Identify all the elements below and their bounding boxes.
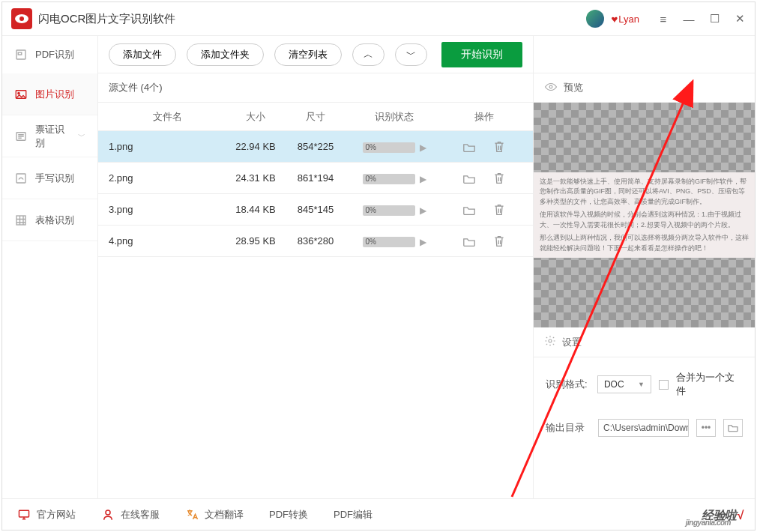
file-list-panel: 添加文件 添加文件夹 清空列表 ︿ ﹀ 开始识别 源文件 (4个) 文件名 大小…	[98, 36, 534, 498]
handwrite-icon	[14, 172, 28, 185]
col-name: 文件名	[98, 110, 226, 124]
footer-pdf-convert[interactable]: PDF转换	[269, 508, 308, 522]
col-dim: 尺寸	[286, 110, 346, 124]
more-button[interactable]: •••	[696, 419, 716, 437]
source-files-header: 源文件 (4个)	[98, 73, 533, 103]
footer-label: PDF编辑	[334, 508, 373, 522]
chevron-down-icon: ﹀	[78, 131, 85, 142]
gear-icon	[544, 335, 556, 349]
outdir-input[interactable]: C:\Users\admin\Downlo	[598, 419, 689, 437]
play-icon[interactable]: ▶	[420, 205, 426, 216]
monitor-icon	[17, 508, 31, 522]
chevron-down-icon: ▼	[638, 381, 645, 388]
sidebar: PDF识别 图片识别 票证识别 ﹀ 手写识别	[2, 36, 98, 498]
cell-size: 28.95 KB	[226, 235, 286, 247]
app-logo	[11, 8, 32, 29]
trash-icon[interactable]	[492, 203, 507, 217]
footer-pdf-edit[interactable]: PDF编辑	[334, 508, 373, 522]
move-up-button[interactable]: ︿	[352, 43, 384, 66]
cell-name: 1.png	[98, 141, 226, 152]
svg-point-3	[18, 92, 19, 94]
trash-icon[interactable]	[492, 140, 507, 154]
sidebar-item-table[interactable]: 表格识别	[2, 199, 97, 241]
progress-bar: 0%	[363, 205, 415, 216]
table-row[interactable]: 3.png 18.44 KB 845*145 0%▶	[98, 194, 533, 226]
folder-icon[interactable]	[462, 203, 477, 217]
progress-bar: 0%	[363, 142, 415, 153]
start-recognize-button[interactable]: 开始识别	[441, 42, 522, 67]
translate-icon	[185, 508, 199, 522]
play-icon[interactable]: ▶	[420, 237, 426, 247]
sidebar-item-label: 手写识别	[35, 172, 74, 185]
avatar[interactable]	[586, 10, 604, 28]
sidebar-item-label: 图片识别	[35, 88, 74, 101]
folder-icon[interactable]	[462, 235, 477, 248]
table-row[interactable]: 1.png 22.94 KB 854*225 0%▶	[98, 131, 533, 163]
cell-dim: 854*225	[286, 141, 346, 152]
merge-checkbox[interactable]	[659, 380, 669, 390]
cell-dim: 836*280	[286, 235, 346, 247]
browse-folder-button[interactable]	[723, 419, 743, 437]
folder-icon[interactable]	[462, 140, 477, 154]
user-vip-badge[interactable]: ♥ Lyan	[612, 13, 639, 25]
cell-status: 0%▶	[346, 141, 443, 153]
footer-online-support[interactable]: 在线客服	[101, 508, 160, 522]
col-size: 大小	[226, 110, 286, 124]
settings-title: 设置	[562, 336, 582, 349]
close-button[interactable]: ✕	[734, 13, 746, 25]
svg-point-10	[106, 510, 110, 515]
preview-title: 预览	[564, 81, 583, 94]
pdf-icon	[14, 48, 28, 61]
table-row[interactable]: 4.png 28.95 KB 836*280 0%▶	[98, 226, 533, 257]
sidebar-item-ticket[interactable]: 票证识别 ﹀	[2, 115, 97, 157]
maximize-button[interactable]: ☐	[708, 13, 720, 25]
watermark: 经验啦√ jingyanla.com	[702, 508, 743, 524]
sidebar-item-pdf[interactable]: PDF识别	[2, 36, 97, 73]
user-name: Lyan	[618, 13, 639, 25]
cell-status: 0%▶	[346, 235, 443, 247]
folder-icon[interactable]	[462, 172, 477, 185]
footer: 官方网站 在线客服 文档翻译 PDF转换 PDF编辑 经验啦√ jingyanl…	[2, 498, 755, 530]
footer-official-site[interactable]: 官方网站	[17, 508, 76, 522]
sidebar-item-label: 票证识别	[35, 123, 70, 150]
svg-rect-5	[16, 174, 25, 183]
cell-dim: 861*194	[286, 172, 346, 184]
app-title: 闪电OCR图片文字识别软件	[38, 12, 175, 26]
minimize-button[interactable]: —	[683, 13, 695, 25]
format-value: DOC	[604, 379, 624, 390]
move-down-button[interactable]: ﹀	[395, 43, 427, 66]
table-header: 文件名 大小 尺寸 识别状态 操作	[98, 103, 533, 131]
outdir-label: 输出目录	[546, 421, 591, 435]
cell-size: 18.44 KB	[226, 204, 286, 215]
support-icon	[101, 508, 115, 522]
play-icon[interactable]: ▶	[420, 174, 426, 184]
table-row[interactable]: 2.png 24.31 KB 861*194 0%▶	[98, 163, 533, 194]
format-select[interactable]: DOC ▼	[597, 375, 651, 393]
svg-rect-1	[18, 52, 22, 55]
sidebar-item-image[interactable]: 图片识别	[2, 73, 97, 115]
progress-bar: 0%	[363, 237, 415, 247]
add-folder-button[interactable]: 添加文件夹	[187, 43, 264, 66]
right-panel: 预览 这是一款能够快速上手、使用简单、支持屏幕录制的GIF制作软件，帮您制作出高…	[534, 36, 755, 498]
clear-list-button[interactable]: 清空列表	[274, 43, 342, 66]
sidebar-item-label: PDF识别	[35, 48, 74, 61]
add-file-button[interactable]: 添加文件	[109, 43, 176, 66]
cell-status: 0%▶	[346, 204, 443, 216]
trash-icon[interactable]	[492, 235, 507, 248]
trash-icon[interactable]	[492, 172, 507, 185]
merge-label: 合并为一个文件	[676, 371, 743, 398]
eye-icon	[544, 82, 558, 94]
menu-button[interactable]: ≡	[657, 13, 669, 25]
sidebar-item-label: 表格识别	[35, 214, 74, 227]
preview-content: 这是一款能够快速上手、使用简单、支持屏幕录制的GIF制作软件，帮您制作出高质量的…	[534, 172, 755, 259]
titlebar: 闪电OCR图片文字识别软件 ♥ Lyan ≡ — ☐ ✕	[2, 2, 755, 36]
svg-rect-9	[19, 510, 28, 517]
play-icon[interactable]: ▶	[420, 142, 426, 153]
cell-size: 22.94 KB	[226, 141, 286, 152]
cell-name: 4.png	[98, 235, 226, 247]
cell-name: 2.png	[98, 172, 226, 184]
footer-doc-translate[interactable]: 文档翻译	[185, 508, 244, 522]
sidebar-item-handwrite[interactable]: 手写识别	[2, 157, 97, 199]
format-label: 识别格式:	[546, 378, 590, 391]
cell-size: 24.31 KB	[226, 172, 286, 184]
